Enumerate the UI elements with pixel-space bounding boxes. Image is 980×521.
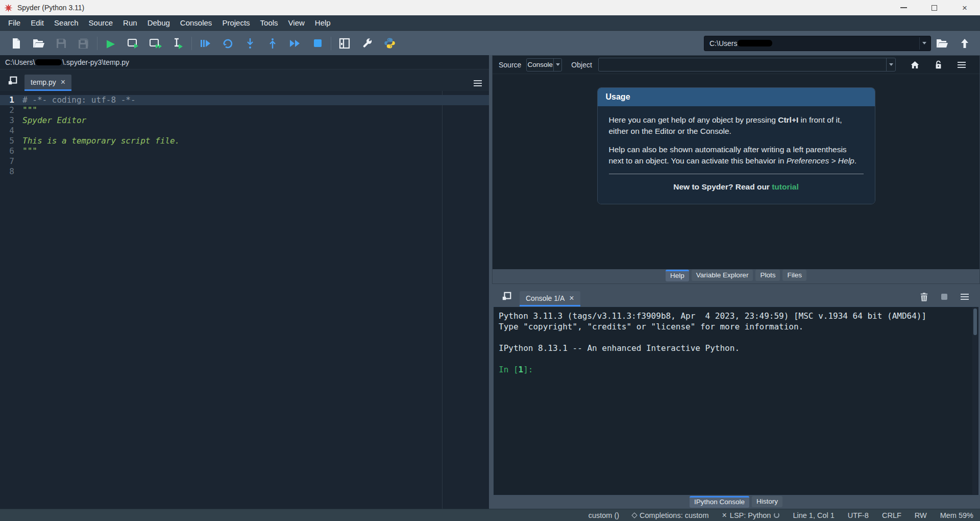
console-prompt: In [1]: — [499, 364, 973, 375]
tab-help[interactable]: Help — [666, 270, 689, 281]
run-selection-button[interactable] — [167, 34, 189, 53]
run-current-line-button[interactable] — [216, 34, 239, 53]
browse-tabs-button[interactable] — [4, 72, 21, 89]
ipython-console[interactable]: Python 3.11.3 (tags/v3.11.3:f3909b8, Apr… — [493, 306, 979, 495]
save-all-button[interactable] — [72, 34, 95, 53]
menu-projects[interactable]: Projects — [217, 16, 255, 29]
source-select[interactable]: Console — [526, 58, 562, 72]
editor-line[interactable]: 4 — [0, 126, 489, 136]
preferences-button[interactable] — [356, 34, 378, 53]
scrollbar-thumb[interactable] — [973, 309, 977, 335]
usage-footer-text: New to Spyder? Read our — [673, 182, 772, 191]
tab-console-1a[interactable]: Console 1/A × — [520, 291, 580, 306]
prompt-in: In [ — [499, 365, 519, 374]
interrupt-kernel-button[interactable] — [934, 290, 954, 303]
browse-tabs-button[interactable] — [498, 288, 516, 305]
editor-line[interactable]: 7 — [0, 156, 489, 167]
chevron-down-icon — [922, 42, 926, 44]
stop-icon — [314, 39, 322, 47]
close-tab-icon[interactable]: × — [569, 294, 574, 303]
debug-file-icon — [200, 38, 211, 49]
completions-status[interactable]: Completions: custom — [626, 511, 715, 519]
menu-edit[interactable]: Edit — [26, 16, 49, 29]
step-into-button[interactable] — [239, 34, 261, 53]
help-lock-button[interactable] — [926, 57, 950, 73]
python-env-button[interactable] — [378, 34, 401, 53]
code-text: """ — [22, 146, 37, 156]
interpreter-status[interactable]: custom () — [582, 511, 626, 519]
parent-directory-button[interactable] — [953, 34, 976, 53]
working-directory-dropdown[interactable] — [919, 37, 928, 50]
continue-button[interactable] — [284, 34, 306, 53]
tab-temp-py[interactable]: temp.py × — [24, 75, 71, 91]
editor-line[interactable]: 3 Spyder Editor — [0, 115, 489, 126]
debug-file-button[interactable] — [194, 34, 216, 53]
right-column: Source Console Object — [492, 55, 980, 509]
menu-consoles[interactable]: Consoles — [175, 16, 217, 29]
hamburger-icon — [961, 296, 969, 297]
menu-search[interactable]: Search — [49, 16, 84, 29]
run-file-button[interactable]: ▶ — [100, 34, 122, 53]
x-icon: × — [722, 511, 726, 520]
tab-ipython-console[interactable]: IPython Console — [690, 496, 749, 508]
browse-directory-button[interactable] — [931, 34, 953, 53]
menu-tools[interactable]: Tools — [255, 16, 283, 29]
object-dropdown[interactable] — [886, 58, 895, 71]
menu-view[interactable]: View — [283, 16, 310, 29]
run-selection-icon — [173, 38, 184, 49]
stop-button[interactable] — [306, 34, 329, 53]
maximize-button[interactable] — [919, 0, 949, 15]
completions-icon — [631, 512, 637, 518]
breadcrumb-prefix: C:\Users\ — [5, 58, 35, 66]
maximize-pane-icon — [339, 38, 350, 49]
new-file-button[interactable] — [5, 34, 28, 53]
run-cell-advance-button[interactable] — [144, 34, 167, 53]
editor-line[interactable]: 1 # -*- coding: utf-8 -*- — [0, 95, 489, 105]
tab-files[interactable]: Files — [782, 270, 806, 281]
editor-line[interactable]: 8 — [0, 167, 489, 177]
tutorial-link[interactable]: tutorial — [772, 182, 799, 191]
object-combo[interactable] — [598, 58, 896, 72]
line-number: 8 — [0, 167, 22, 177]
working-directory-input[interactable]: C:\Users — [704, 36, 931, 51]
console-pane: Console 1/A × Python 3.11.3 (tags/v3 — [492, 287, 980, 509]
step-return-button[interactable] — [261, 34, 284, 53]
help-options-button[interactable] — [950, 57, 973, 73]
eol-text: CRLF — [882, 511, 901, 519]
editor-line[interactable]: 5 This is a temporary script file. — [0, 136, 489, 146]
close-button[interactable]: × — [949, 0, 980, 15]
tab-variable-explorer[interactable]: Variable Explorer — [692, 270, 753, 281]
browse-tabs-icon — [8, 76, 18, 86]
help-home-button[interactable] — [903, 57, 926, 73]
toolbar-separator — [191, 37, 192, 50]
console-tab-label: Console 1/A — [526, 294, 565, 302]
minimize-button[interactable] — [888, 0, 919, 15]
console-options-button[interactable] — [954, 290, 975, 303]
editor-options-icon[interactable] — [474, 83, 482, 84]
spinner-icon — [774, 512, 779, 518]
run-cell-button[interactable] — [122, 34, 144, 53]
menu-source[interactable]: Source — [84, 16, 118, 29]
run-cell-icon — [127, 38, 139, 49]
console-scrollbar[interactable] — [972, 307, 978, 494]
editor-line[interactable]: 2 """ — [0, 105, 489, 115]
tab-history[interactable]: History — [752, 496, 782, 507]
usage-body: Here you can get help of any object by p… — [598, 106, 875, 204]
menu-run[interactable]: Run — [118, 16, 142, 29]
save-button[interactable] — [50, 34, 72, 53]
menu-help[interactable]: Help — [310, 16, 336, 29]
editor-line[interactable]: 6 """ — [0, 146, 489, 156]
object-input[interactable] — [599, 61, 886, 69]
close-tab-icon[interactable]: × — [61, 78, 65, 86]
line-number: 7 — [0, 156, 22, 167]
code-editor[interactable]: 1 # -*- coding: utf-8 -*- 2 """ 3 Spyder… — [0, 91, 489, 509]
tab-plots[interactable]: Plots — [755, 270, 780, 281]
interpreter-text: custom () — [589, 511, 619, 519]
source-select-caret[interactable] — [553, 59, 561, 71]
menu-debug[interactable]: Debug — [142, 16, 175, 29]
lsp-status[interactable]: × LSP: Python — [715, 511, 786, 520]
open-file-button[interactable] — [28, 34, 50, 53]
maximize-pane-button[interactable] — [333, 34, 356, 53]
menu-file[interactable]: File — [3, 16, 26, 29]
remove-console-button[interactable] — [914, 290, 934, 303]
